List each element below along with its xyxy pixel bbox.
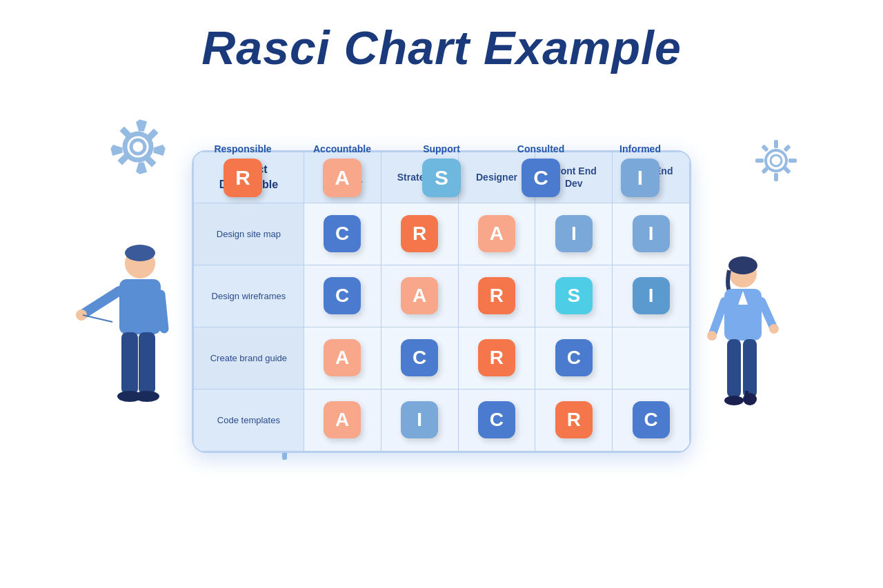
- svg-rect-8: [755, 159, 764, 163]
- cell-1-1: A: [381, 265, 458, 327]
- role-badge-A-3-0: A: [324, 401, 361, 438]
- svg-rect-44: [743, 339, 757, 398]
- role-badge-C-3-4: C: [633, 401, 670, 438]
- legend-item-S: Support S: [392, 143, 491, 197]
- deliverable-cell-1: Design wireframes: [194, 265, 304, 327]
- role-badge-C-3-2: C: [478, 401, 515, 438]
- legend-badge-S: S: [422, 159, 461, 197]
- role-badge-A-0-2: A: [478, 215, 515, 252]
- role-badge-I-0-4: I: [633, 215, 670, 252]
- legend-item-R: Responsible R: [193, 143, 292, 197]
- main-area: Responsible R Accountable A Support S Co…: [0, 88, 883, 453]
- svg-point-25: [125, 245, 155, 261]
- svg-rect-6: [774, 140, 778, 148]
- role-badge-A-1-1: A: [401, 277, 438, 314]
- deliverable-cell-0: Design site map: [194, 203, 304, 265]
- svg-point-45: [724, 396, 744, 405]
- svg-point-33: [135, 391, 159, 402]
- role-badge-C-1-0: C: [324, 277, 361, 314]
- cell-3-1: I: [381, 389, 458, 451]
- cell-3-3: R: [535, 389, 613, 451]
- cell-3-4: C: [613, 389, 690, 451]
- cell-2-2: R: [458, 327, 535, 389]
- role-badge-I-3-1: I: [401, 401, 438, 438]
- table-row: Design wireframesCARSI: [194, 265, 690, 327]
- svg-rect-31: [139, 332, 155, 394]
- svg-point-40: [707, 331, 717, 341]
- person-left: [75, 232, 178, 453]
- deliverable-cell-2: Create brand guide: [194, 327, 304, 389]
- cell-3-0: A: [304, 389, 381, 451]
- cell-1-4: I: [613, 265, 690, 327]
- cell-0-3: I: [535, 203, 613, 265]
- role-badge-R-3-3: R: [555, 401, 593, 438]
- cell-1-0: C: [304, 265, 381, 327]
- cell-2-4: [613, 327, 690, 389]
- legend-item-A: Accountable A: [292, 143, 392, 197]
- svg-line-29: [161, 294, 164, 329]
- cell-0-2: A: [458, 203, 535, 265]
- cell-2-1: C: [381, 327, 458, 389]
- table-row: Create brand guideACRC: [194, 327, 690, 389]
- cell-1-3: S: [535, 265, 613, 327]
- table-wrapper: Responsible R Accountable A Support S Co…: [192, 150, 691, 453]
- cell-1-2: R: [458, 265, 535, 327]
- svg-point-2: [124, 133, 152, 161]
- cell-2-3: C: [535, 327, 613, 389]
- role-badge-I-1-4: I: [633, 277, 670, 314]
- role-badge-C-2-3: C: [555, 339, 593, 376]
- svg-point-42: [769, 324, 779, 334]
- table-row: Design site mapCRAII: [194, 203, 690, 265]
- svg-rect-47: [745, 391, 748, 401]
- legend-item-C: Consulted C: [491, 143, 591, 197]
- legend-badge-R: R: [224, 159, 262, 197]
- svg-rect-43: [727, 339, 741, 398]
- svg-point-5: [771, 155, 782, 166]
- legend-label-R: Responsible: [214, 143, 271, 154]
- legend-badge-A: A: [323, 159, 361, 197]
- legend-label-C: Consulted: [517, 143, 564, 154]
- svg-line-27: [81, 291, 119, 315]
- cell-3-2: C: [458, 389, 535, 451]
- person-right: [705, 246, 802, 453]
- gear-right-icon: [752, 136, 800, 187]
- legend-label-A: Accountable: [313, 143, 371, 154]
- legend-label-S: Support: [423, 143, 460, 154]
- svg-line-34: [83, 315, 112, 322]
- svg-rect-9: [788, 159, 797, 163]
- table-row: Code templatesAICRC: [194, 389, 690, 451]
- svg-rect-12: [783, 144, 791, 152]
- svg-point-36: [728, 256, 757, 274]
- role-badge-R-2-2: R: [478, 339, 515, 376]
- cell-2-0: A: [304, 327, 381, 389]
- rasci-legend: Responsible R Accountable A Support S Co…: [193, 143, 690, 197]
- legend-badge-I: I: [621, 159, 659, 197]
- deliverable-cell-3: Code templates: [194, 389, 304, 451]
- role-badge-C-0-0: C: [324, 215, 361, 252]
- svg-rect-10: [761, 144, 768, 152]
- svg-point-4: [766, 150, 786, 171]
- role-badge-R-0-1: R: [401, 215, 438, 252]
- gear-left-icon: [107, 116, 169, 181]
- role-badge-C-2-1: C: [401, 339, 438, 376]
- role-badge-S-1-3: S: [555, 277, 593, 314]
- legend-badge-C: C: [522, 159, 560, 197]
- cell-0-4: I: [613, 203, 690, 265]
- svg-point-3: [131, 140, 145, 154]
- role-badge-I-0-3: I: [555, 215, 593, 252]
- cell-0-1: R: [381, 203, 458, 265]
- page-title: Rasci Chart Example: [0, 0, 883, 74]
- svg-rect-7: [774, 173, 778, 181]
- svg-line-39: [712, 301, 724, 336]
- cell-0-0: C: [304, 203, 381, 265]
- legend-label-I: Informed: [619, 143, 661, 154]
- svg-rect-30: [121, 332, 138, 394]
- role-badge-A-2-0: A: [324, 339, 361, 376]
- legend-item-I: Informed I: [591, 143, 690, 197]
- role-badge-R-1-2: R: [478, 277, 515, 314]
- svg-rect-26: [119, 279, 161, 334]
